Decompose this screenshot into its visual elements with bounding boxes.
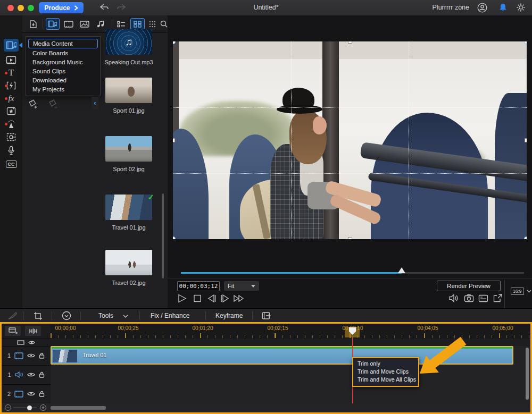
produce-range-icon[interactable] — [262, 311, 271, 320]
menu-item-background-music[interactable]: Background Music — [28, 58, 98, 66]
eye-icon[interactable] — [27, 372, 35, 377]
filter-video-button[interactable] — [62, 19, 76, 29]
duration-clock-icon[interactable] — [62, 311, 71, 320]
media-item[interactable]: Sport 02.jpg — [103, 136, 154, 172]
menu-item-trim-only[interactable]: Trim only — [353, 359, 418, 367]
grid-line-vertical — [409, 41, 409, 239]
minimize-window-button[interactable] — [18, 5, 24, 11]
timeline-zoom-slider-handle[interactable] — [27, 405, 32, 410]
crop-icon[interactable] — [34, 311, 43, 320]
magic-pen-icon[interactable] — [7, 311, 18, 320]
rail-stickers-button[interactable] — [4, 105, 19, 117]
lock-icon[interactable] — [39, 391, 45, 397]
redo-forward-button[interactable] — [116, 3, 127, 12]
undock-preview-icon[interactable] — [493, 293, 503, 303]
next-frame-button[interactable] — [220, 293, 229, 303]
lock-icon[interactable] — [39, 371, 45, 378]
media-item[interactable]: Travel 02.jpg — [103, 250, 154, 286]
transform-handle-bottom-right[interactable] — [524, 236, 527, 239]
filter-audio-button[interactable] — [94, 19, 107, 29]
notifications-bell-icon[interactable] — [498, 3, 508, 12]
timecode-display[interactable]: 00;00;03;12 — [177, 281, 220, 291]
settings-gear-icon[interactable] — [516, 3, 526, 12]
account-name: Plurrrrr zone — [433, 4, 469, 11]
menu-item-color-boards[interactable]: Color Boards — [28, 49, 98, 57]
ruler-timecode: 00;00;00 — [55, 325, 76, 331]
keyframe-button[interactable]: Keyframe — [215, 312, 243, 319]
more-options-grid-icon[interactable] — [147, 19, 157, 29]
filter-photo-button[interactable] — [78, 19, 92, 29]
snapshot-camera-icon[interactable] — [464, 293, 474, 303]
lock-icon[interactable] — [39, 352, 45, 359]
track-manager-button[interactable] — [5, 326, 21, 336]
add-tag-icon[interactable] — [28, 98, 39, 110]
timeline-horizontal-scrollbar[interactable] — [51, 406, 106, 410]
media-item[interactable]: ✓ Travel 01.jpg — [103, 195, 154, 231]
media-item-name: Travel 01.jpg — [103, 224, 154, 231]
collapse-panel-button[interactable]: ‹ — [92, 97, 98, 109]
eye-icon[interactable] — [27, 391, 35, 396]
timeline-zoom-in-button[interactable]: + — [40, 404, 46, 411]
zoom-window-button[interactable] — [28, 5, 34, 11]
menu-item-sound-clips[interactable]: Sound Clips — [28, 67, 98, 75]
produce-button[interactable]: Produce — [39, 2, 84, 13]
media-item-name: Travel 02.jpg — [103, 280, 154, 286]
grid-view-button[interactable] — [130, 18, 145, 30]
rail-particles-button[interactable] — [4, 117, 19, 130]
rail-video-overlay-button[interactable] — [4, 54, 19, 66]
eye-icon[interactable] — [27, 353, 35, 358]
menu-item-trim-move-clips[interactable]: Trim and Move Clips — [353, 367, 418, 375]
previous-frame-button[interactable] — [207, 293, 217, 303]
timeline-zoom-out-button[interactable]: − — [5, 404, 11, 411]
menu-item-media-content[interactable]: Media Content — [28, 39, 98, 48]
stop-button[interactable] — [193, 293, 202, 303]
zoom-mode-select[interactable]: Fit — [224, 281, 259, 291]
account-avatar-icon[interactable] — [477, 3, 487, 13]
audio-thumbnail: ♫ — [105, 29, 152, 55]
rail-effects-button[interactable]: fx — [4, 92, 19, 105]
timeline-vertical-scrollbar[interactable] — [526, 348, 529, 400]
fast-forward-button[interactable] — [233, 293, 246, 303]
menu-item-trim-move-all-clips[interactable]: Trim and Move All Clips — [353, 375, 418, 383]
remove-tag-icon[interactable] — [48, 98, 60, 110]
volume-icon[interactable] — [448, 293, 459, 303]
rail-masks-button[interactable] — [4, 131, 19, 143]
fix-enhance-button[interactable]: Fix / Enhance — [151, 312, 189, 319]
close-window-button[interactable] — [7, 5, 14, 11]
tools-menu-button[interactable]: Tools — [98, 312, 113, 319]
produce-label: Produce — [44, 4, 70, 12]
transform-handle-right[interactable] — [525, 138, 527, 142]
media-item[interactable]: Sport 01.jpg — [103, 78, 154, 114]
render-preview-button[interactable]: Render Preview — [437, 281, 501, 291]
media-info-icon[interactable] — [478, 293, 488, 303]
seek-handle[interactable] — [398, 267, 405, 273]
precision-trim-button[interactable] — [25, 326, 41, 336]
search-icon[interactable] — [160, 19, 168, 29]
list-view-button[interactable] — [115, 19, 128, 29]
video-track-2-lane[interactable] — [51, 384, 530, 403]
rail-titles-button[interactable]: T — [4, 66, 19, 79]
photo-thumbnail — [105, 136, 152, 162]
transform-handle-top[interactable] — [348, 41, 352, 44]
play-button[interactable] — [177, 293, 187, 303]
seek-bar[interactable] — [181, 272, 524, 274]
filter-all-media-button[interactable] — [46, 18, 60, 30]
chevron-down-icon — [123, 315, 128, 318]
menu-item-downloaded[interactable]: Downloaded — [28, 76, 98, 85]
preview-video-frame[interactable] — [173, 41, 527, 239]
rail-media-room-button[interactable] — [4, 39, 19, 52]
media-scrollbar[interactable] — [162, 193, 164, 278]
transform-handle-left[interactable] — [173, 138, 175, 142]
rail-transitions-button[interactable] — [4, 79, 19, 92]
import-media-button[interactable] — [27, 19, 40, 29]
rail-subtitles-button[interactable]: CC — [4, 158, 19, 171]
rail-voiceover-button[interactable] — [4, 144, 19, 157]
aspect-ratio-select[interactable]: 16:9 — [511, 288, 531, 295]
menu-item-my-projects[interactable]: My Projects — [28, 85, 98, 94]
video-track-2-header: 2 — [2, 384, 51, 403]
media-item[interactable]: ♫ Speaking Out.mp3 — [103, 29, 154, 65]
timeline-zoom-slider[interactable] — [13, 408, 37, 408]
eye-icon[interactable] — [28, 340, 35, 345]
undo-back-button[interactable] — [99, 3, 110, 12]
transform-handle-bottom[interactable] — [348, 237, 352, 239]
